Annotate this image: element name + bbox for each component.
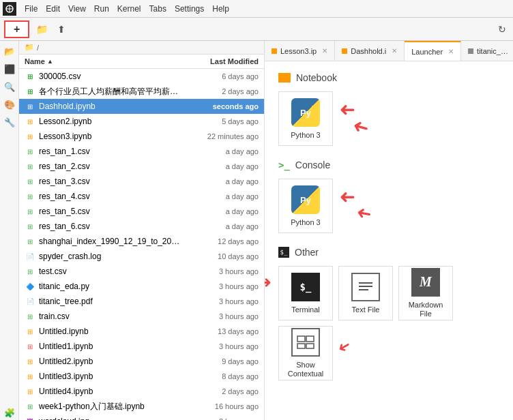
right-panel-wrapper: Lesson3.ip ✕ Dashhold.i ✕ Launcher ✕ tit… <box>265 41 513 420</box>
file-row[interactable]: ⊞ Untitled1.ipynb 3 hours ago <box>19 339 264 354</box>
file-name: shanghai_index_1990_12_19_to_2020… <box>39 237 184 246</box>
col-date-header[interactable]: Last Modified <box>184 57 259 65</box>
file-name: Lesson2.ipynb <box>39 117 184 126</box>
console-launcher-grid: Py Python 3 ➜ ➜ <box>278 179 499 233</box>
menu-help[interactable]: Help <box>208 3 233 15</box>
file-row[interactable]: ⊞ Lesson3.ipynb 22 minutes ago <box>19 129 264 144</box>
file-date: 3 hours ago <box>184 297 259 305</box>
tab-close-icon[interactable]: ✕ <box>392 47 397 55</box>
file-row[interactable]: ⊞ Untitled2.ipynb 9 days ago <box>19 354 264 369</box>
menu-kernel[interactable]: Kernel <box>113 3 145 15</box>
console-section-label: Console <box>295 160 330 170</box>
file-path-bar: 📁 / <box>19 41 264 55</box>
file-name: res_tan_6.csv <box>39 222 184 231</box>
tab-titanic[interactable]: titanic_… ✕ <box>461 41 513 61</box>
menu-run[interactable]: Run <box>90 3 113 15</box>
file-name: 300005.csv <box>39 72 184 81</box>
file-row-selected[interactable]: ⊞ Dashhold.ipynb seconds ago <box>19 99 264 114</box>
file-row[interactable]: ⊞ res_tan_6.csv a day ago <box>19 219 264 234</box>
tab-launcher[interactable]: Launcher ✕ <box>405 41 461 61</box>
sidebar-files-icon[interactable]: 📂 <box>2 44 17 59</box>
textfile-label: Text File <box>352 305 380 314</box>
upload-button[interactable]: ⬆ <box>55 21 68 38</box>
markdown-icon-text: M <box>420 274 432 290</box>
csv-icon: ⊞ <box>25 86 35 97</box>
file-row[interactable]: 🖼 wordcloud.jpg 3 hours ago <box>19 414 264 420</box>
file-row[interactable]: ⊞ res_tan_4.csv a day ago <box>19 189 264 204</box>
terminal-button[interactable]: $_ Terminal <box>278 266 333 320</box>
csv-icon: ⊞ <box>25 266 35 277</box>
file-date-selected: seconds ago <box>184 102 259 110</box>
folder-icon-button[interactable]: 📁 <box>33 21 50 38</box>
file-row[interactable]: ⊞ res_tan_2.csv a day ago <box>19 159 264 174</box>
menu-tabs[interactable]: Tabs <box>145 3 171 15</box>
file-name: Lesson3.ipynb <box>39 132 184 141</box>
new-launcher-button[interactable]: + <box>4 20 29 38</box>
sidebar-palette-icon[interactable]: 🎨 <box>2 97 17 112</box>
csv-icon: ⊞ <box>25 161 35 172</box>
file-name: Untitled2.ipynb <box>39 357 184 366</box>
tab-dashhold[interactable]: Dashhold.i ✕ <box>335 41 405 61</box>
file-row[interactable]: ⊞ res_tan_3.csv a day ago <box>19 174 264 189</box>
tab-close-icon[interactable]: ✕ <box>448 48 454 55</box>
console-section: >_ Console Py Python 3 ➜ ➜ <box>278 160 499 233</box>
file-row[interactable]: ⊞ 各个行业员工人均薪酬和高管平均薪… 2 days ago <box>19 84 264 99</box>
notebook-section-icon <box>278 73 291 82</box>
menu-view[interactable]: View <box>64 3 90 15</box>
menu-edit[interactable]: Edit <box>42 3 64 15</box>
file-row[interactable]: 🔷 titanic_eda.py 3 hours ago <box>19 279 264 294</box>
notebook-section-label: Notebook <box>296 72 337 83</box>
file-row[interactable]: ⊞ res_tan_1.csv a day ago <box>19 144 264 159</box>
file-row[interactable]: ⊞ 300005.csv 6 days ago <box>19 69 264 84</box>
tab-notebook-indicator <box>272 48 277 54</box>
other-section: $_ Other $_ Terminal <box>278 247 499 380</box>
file-row[interactable]: ⊞ Untitled3.ipynb 8 days ago <box>19 369 264 384</box>
csv-icon: ⊞ <box>25 221 35 232</box>
python3-notebook-label: Python 3 <box>291 131 320 139</box>
contextual-button[interactable]: ShowContextual <box>278 326 333 380</box>
terminal-icon: $_ <box>291 273 320 301</box>
refresh-button[interactable]: ↻ <box>495 21 509 38</box>
file-row[interactable]: ⊞ Untitled.ipynb 13 days ago <box>19 324 264 339</box>
file-name: wordcloud.jpg <box>39 417 184 420</box>
textfile-button[interactable]: Text File <box>338 266 393 320</box>
menu-settings[interactable]: Settings <box>171 3 208 15</box>
ipynb-icon: ⊞ <box>25 371 35 382</box>
main-area: 📂 ⬛ 🔍 🎨 🔧 🧩 📁 / Name ▲ Last Modified <box>0 41 513 420</box>
csv-icon: ⊞ <box>25 236 35 247</box>
file-name: res_tan_5.csv <box>39 207 184 216</box>
file-row[interactable]: ⊞ shanghai_index_1990_12_19_to_2020… 12 … <box>19 234 264 249</box>
file-row[interactable]: 📄 spyder_crash.log 10 days ago <box>19 249 264 264</box>
file-row[interactable]: ⊞ Lesson2.ipynb 5 days ago <box>19 114 264 129</box>
notebook-section: Notebook Py Python 3 ➜ ➜ <box>278 72 499 146</box>
file-date: 16 hours ago <box>184 402 259 410</box>
col-name-header[interactable]: Name ▲ <box>25 57 184 65</box>
sidebar-commands-icon[interactable]: 🔍 <box>2 79 17 94</box>
sidebar-extensions-icon[interactable]: 🧩 <box>2 405 17 420</box>
file-row[interactable]: ⊞ res_tan_5.csv a day ago <box>19 204 264 219</box>
file-row[interactable]: 📄 titanic_tree.pdf 3 hours ago <box>19 294 264 309</box>
tab-close-icon[interactable]: ✕ <box>322 47 327 55</box>
tab-label: Launcher <box>411 48 443 56</box>
python3-console-button[interactable]: Py Python 3 <box>278 179 333 233</box>
file-row[interactable]: ⊞ week1-python入门基础.ipynb 16 hours ago <box>19 399 264 414</box>
tab-file-indicator <box>468 48 473 54</box>
app-logo <box>3 2 16 16</box>
file-date: 12 days ago <box>184 237 259 245</box>
log-icon: 📄 <box>25 251 35 262</box>
csv-icon: ⊞ <box>25 311 35 322</box>
sidebar-running-icon[interactable]: ⬛ <box>2 61 17 76</box>
terminal-icon-text: $_ <box>300 282 312 292</box>
file-date: a day ago <box>184 192 259 200</box>
csv-icon: ⊞ <box>25 146 35 157</box>
tab-bar: Lesson3.ip ✕ Dashhold.i ✕ Launcher ✕ tit… <box>265 41 513 61</box>
menu-file[interactable]: File <box>20 3 42 15</box>
python3-notebook-button[interactable]: Py Python 3 <box>278 91 333 146</box>
tab-lesson3[interactable]: Lesson3.ip ✕ <box>265 41 335 61</box>
sidebar-tools-icon[interactable]: 🔧 <box>2 115 17 130</box>
markdown-button[interactable]: M MarkdownFile <box>398 266 453 320</box>
file-row[interactable]: ⊞ Untitled4.ipynb 2 days ago <box>19 384 264 399</box>
file-row[interactable]: ⊞ test.csv 3 hours ago <box>19 264 264 279</box>
file-date: a day ago <box>184 147 259 155</box>
file-row[interactable]: ⊞ train.csv 3 hours ago <box>19 309 264 324</box>
